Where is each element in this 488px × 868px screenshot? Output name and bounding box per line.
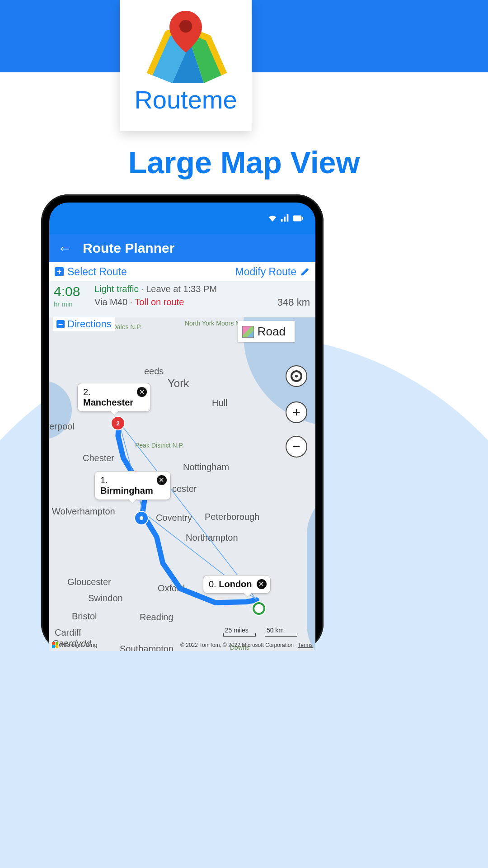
waypoint-callout[interactable]: 1.Birmingham ✕ xyxy=(94,471,171,500)
map-pin-logo-icon xyxy=(141,6,231,88)
locate-me-button[interactable] xyxy=(286,365,307,387)
city-label: Coventry xyxy=(156,513,192,523)
city-label: Northampton xyxy=(186,533,238,543)
route-toolbar: + Select Route Modify Route xyxy=(49,262,315,281)
brand-name: Routeme xyxy=(134,85,237,114)
leave-time: Leave at 1:33 PM xyxy=(146,284,217,294)
map-scale: 25 miles 50 km xyxy=(225,627,284,634)
city-label: cester xyxy=(172,484,197,494)
city-label: Peterborough xyxy=(205,512,259,522)
select-route-label: Select Route xyxy=(67,266,127,278)
waypoint-marker-stop[interactable] xyxy=(135,512,148,524)
city-label: York xyxy=(168,377,189,390)
city-label: Oxford xyxy=(158,583,185,594)
via-label: Via M40 xyxy=(94,297,127,307)
duration: 4:08 hr min xyxy=(49,281,90,317)
modify-route-label: Modify Route xyxy=(235,266,296,278)
cell-signal-icon xyxy=(280,213,290,223)
close-icon[interactable]: ✕ xyxy=(257,579,267,589)
back-arrow-icon[interactable]: ← xyxy=(57,240,72,257)
directions-label: Directions xyxy=(67,318,112,330)
app-title: Route Planner xyxy=(83,241,174,256)
close-icon[interactable]: ✕ xyxy=(137,387,147,397)
directions-toggle[interactable]: – Directions xyxy=(53,317,115,331)
route-info: Light traffic · Leave at 1:33 PM Via M40… xyxy=(90,281,315,317)
park-label: Peak District N.P. xyxy=(135,442,184,449)
city-label: Gloucester xyxy=(67,577,111,587)
phone-screen: ← Route Planner + Select Route Modify Ro… xyxy=(49,203,315,651)
city-label: Southampton xyxy=(120,644,174,651)
city-label: Bristol xyxy=(72,611,97,622)
microsoft-logo-icon xyxy=(52,642,58,648)
edit-icon xyxy=(300,267,310,277)
map-type-selector[interactable]: Road xyxy=(238,321,295,342)
plus-icon: + xyxy=(55,267,64,276)
city-label: Nottingham xyxy=(183,462,229,472)
city-label: Hull xyxy=(212,398,227,408)
zoom-out-button[interactable]: − xyxy=(286,436,307,458)
map-attribution: Microsoft Bing xyxy=(52,642,97,648)
city-label: erpool xyxy=(49,421,75,432)
waypoint-callout[interactable]: 2.Manchester ✕ xyxy=(77,383,151,412)
minus-icon: – xyxy=(56,320,65,328)
map-canvas[interactable]: orkshire Dales N.P. North York Moors N.P… xyxy=(49,317,315,651)
waypoint-callout[interactable]: 0. London ✕ xyxy=(203,575,271,594)
modify-route-button[interactable]: Modify Route xyxy=(235,266,310,278)
water-body xyxy=(307,489,315,651)
waypoint-marker-start[interactable] xyxy=(253,602,265,615)
duration-value: 4:08 xyxy=(54,284,90,299)
svg-rect-5 xyxy=(293,216,301,222)
battery-icon xyxy=(293,213,304,223)
route-summary: 4:08 hr min Light traffic · Leave at 1:3… xyxy=(49,281,315,317)
city-label: Wolverhampton xyxy=(52,506,115,517)
map-copyright: © 2022 TomTom, © 2022 Microsoft Corporat… xyxy=(180,642,313,648)
zoom-in-button[interactable]: + xyxy=(286,401,307,423)
traffic-status: Light traffic xyxy=(94,284,138,294)
distance-value: 348 km xyxy=(277,297,310,308)
toll-warning: Toll on route xyxy=(135,297,184,307)
promo-headline: Large Map View xyxy=(0,145,488,180)
phone-frame: ← Route Planner + Select Route Modify Ro… xyxy=(41,194,324,651)
city-label: Swindon xyxy=(88,593,123,604)
close-icon[interactable]: ✕ xyxy=(157,475,167,485)
app-bar: ← Route Planner xyxy=(49,234,315,262)
svg-rect-6 xyxy=(302,217,303,219)
brand-logo-card: Routeme xyxy=(120,0,252,131)
city-label: eeds xyxy=(144,366,164,377)
city-label: Cardiff xyxy=(55,627,81,638)
wifi-icon xyxy=(267,213,277,223)
select-route-button[interactable]: + Select Route xyxy=(55,266,127,278)
city-label: Reading xyxy=(140,612,174,623)
status-bar xyxy=(49,203,315,234)
city-label: Chester xyxy=(83,453,114,463)
duration-units: hr min xyxy=(54,300,90,308)
terms-link[interactable]: Terms xyxy=(298,642,313,648)
svg-point-4 xyxy=(179,20,192,33)
